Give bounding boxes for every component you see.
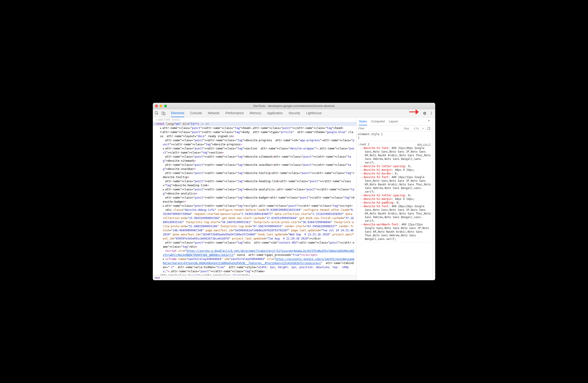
panel-tabs: Elements Console Network Performance Mem… — [171, 109, 322, 117]
kebab-icon[interactable] — [429, 111, 433, 115]
elements-panel: <!DOCTYPE html>⋯<html lang="en" dir="ltr… — [153, 117, 357, 280]
more-tabs-icon[interactable]: » — [428, 119, 430, 125]
main-area: <!DOCTYPE html>⋯<html lang="en" dir="ltr… — [153, 117, 435, 280]
hov-button[interactable]: :hov — [401, 126, 411, 131]
filter-input[interactable] — [357, 127, 401, 130]
new-rule-button[interactable]: + — [420, 126, 425, 131]
tab-security[interactable]: Security — [289, 109, 300, 117]
styles-body[interactable]: element.style {}app.css:1:root {--devsit… — [357, 132, 432, 280]
svg-rect-2 — [164, 113, 165, 115]
pointer-arrow-icon — [409, 107, 419, 117]
tab-lighthouse[interactable]: Lighthouse — [306, 109, 322, 117]
tab-performance[interactable]: Performance — [226, 109, 244, 117]
svg-rect-6 — [427, 127, 430, 130]
dom-tree[interactable]: <!DOCTYPE html>⋯<html lang="en" dir="ltr… — [153, 117, 357, 275]
styles-tabs: Styles Computed Layout » — [357, 117, 432, 126]
tab-elements[interactable]: Elements — [171, 109, 184, 117]
device-toggle-icon[interactable] — [162, 111, 166, 115]
cls-button[interactable]: .cls — [411, 126, 420, 131]
tab-console[interactable]: Console — [190, 109, 202, 117]
styles-tab-computed[interactable]: Computed — [371, 119, 385, 125]
inspect-icon[interactable] — [155, 111, 159, 115]
devtools-window: DevTools - developers.google.com/web/too… — [153, 103, 435, 280]
titlebar: DevTools - developers.google.com/web/too… — [153, 103, 435, 109]
breadcrumb-item[interactable]: html — [155, 276, 160, 280]
tab-network[interactable]: Network — [208, 109, 220, 117]
styles-tab-styles[interactable]: Styles — [359, 119, 367, 125]
tab-application[interactable]: Application — [267, 109, 283, 117]
styles-panel: Styles Computed Layout » :hov .cls + ele… — [357, 117, 432, 280]
gear-icon[interactable] — [422, 111, 426, 115]
svg-point-3 — [431, 112, 432, 112]
tab-memory[interactable]: Memory — [250, 109, 261, 117]
scrollbar[interactable] — [432, 117, 435, 280]
main-toolbar: Elements Console Network Performance Mem… — [153, 109, 435, 117]
filter-row: :hov .cls + — [357, 126, 432, 132]
toggle-sidebar-icon[interactable] — [425, 126, 432, 131]
styles-tab-layout[interactable]: Layout — [389, 119, 398, 125]
breadcrumb-bar: html — [153, 275, 357, 280]
svg-point-4 — [431, 113, 432, 114]
svg-point-5 — [431, 114, 432, 115]
window-title: DevTools - developers.google.com/web/too… — [153, 104, 435, 108]
